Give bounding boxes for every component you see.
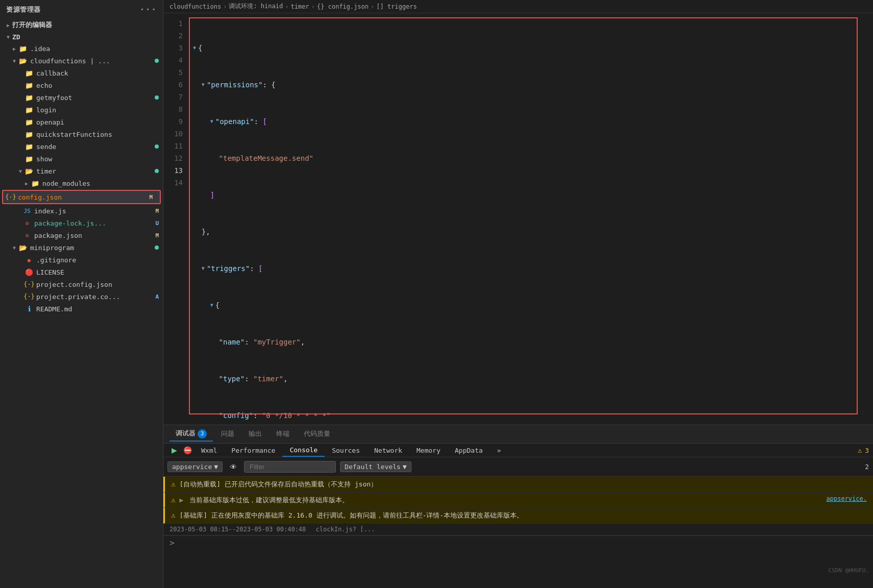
default-levels-selector[interactable]: Default levels ▼ xyxy=(340,461,411,472)
code-editor-container: 1 2 3 4 5 6 7 8 9 10 11 12 13 14 xyxy=(163,13,873,425)
visibility-button[interactable]: 👁 xyxy=(227,460,240,474)
code-line-9: "name": "myTrigger", xyxy=(193,336,873,348)
sidebar-item-sende[interactable]: ▶ 📁 sende xyxy=(0,140,163,153)
ln5: 5 xyxy=(163,66,183,79)
timestamp-link[interactable]: clockIn.js? [... xyxy=(316,526,375,533)
sidebar-item-gitignore[interactable]: ▶ ◆ .gitignore xyxy=(0,254,163,266)
ln7: 7 xyxy=(163,91,183,103)
code-line-10: "type": "timer", xyxy=(193,373,873,385)
editor-area: 1 2 3 4 5 6 7 8 9 10 11 12 13 14 xyxy=(163,13,873,588)
tab-debugger[interactable]: 调试器3 xyxy=(169,427,213,442)
service-selector[interactable]: appservice ▼ xyxy=(167,461,223,472)
sidebar-item-miniprogram[interactable]: ▼ 📂 miniprogram xyxy=(0,241,163,254)
pkg-json-icon: ⚙ xyxy=(22,231,32,240)
warn-icon-2: ⚠ xyxy=(171,496,175,504)
sidebar-item-project-private[interactable]: ▶ {·} project.private.co... A xyxy=(0,290,163,303)
sidebar-header: 资源管理器 ··· xyxy=(0,0,163,19)
sidebar-item-config-json[interactable]: {·} config.json M xyxy=(2,190,161,204)
sidebar-item-ZD[interactable]: ▼ ZD xyxy=(0,31,163,42)
filter-input[interactable] xyxy=(244,461,336,473)
subtab-network[interactable]: Network xyxy=(367,445,409,456)
idea-arrow: ▶ xyxy=(10,44,18,53)
sidebar-item-quickstart[interactable]: ▶ 📁 quickstartFunctions xyxy=(0,128,163,140)
sidebar-item-timer[interactable]: ▼ 📂 timer xyxy=(0,165,163,177)
sidebar-item-cloudfunctions[interactable]: ▼ 📂 cloudfunctions | ... xyxy=(0,55,163,67)
sidebar-item-package-json[interactable]: ⚙ package.json M xyxy=(0,229,163,241)
sidebar-item-openapi[interactable]: ▶ 📁 openapi xyxy=(0,116,163,128)
tab-output[interactable]: 输出 xyxy=(243,427,268,442)
code-content[interactable]: ▼{ ▼"permissions": { ▼"openapi": [ "temp… xyxy=(189,17,873,421)
sidebar-item-login[interactable]: ▶ 📁 login xyxy=(0,104,163,116)
tab-terminal[interactable]: 终端 xyxy=(270,427,296,442)
quickstart-label: quickstartFunctions xyxy=(36,131,112,138)
stop-button[interactable]: ⛔ xyxy=(181,444,194,457)
open-editors-section: ▶ 打开的编辑器 xyxy=(0,19,163,31)
sidebar-item-license[interactable]: ▶ 🔴 LICENSE xyxy=(0,266,163,278)
sidebar-item-project-config[interactable]: ▶ {·} project.config.json xyxy=(0,278,163,290)
callback-label: callback xyxy=(36,69,68,77)
sep4: › xyxy=(371,3,374,10)
fold-3[interactable]: ▼ xyxy=(210,115,213,128)
sidebar-menu-icon[interactable]: ··· xyxy=(139,4,157,15)
subtab-memory[interactable]: Memory xyxy=(409,445,448,456)
subtab-console[interactable]: Console xyxy=(282,444,325,457)
sidebar-title: 资源管理器 xyxy=(6,5,41,14)
sidebar-item-echo[interactable]: ▶ 📁 echo xyxy=(0,79,163,91)
msg-link-2[interactable]: appservice. xyxy=(827,495,867,502)
subtab-performance[interactable]: Performance xyxy=(224,445,282,456)
code-line-8: ▼{ xyxy=(193,299,873,311)
openapi-label: openapi xyxy=(36,118,64,126)
index-js-icon: JS xyxy=(22,206,32,215)
sende-dot xyxy=(155,144,159,149)
breadcrumb-part4: {} config.json xyxy=(317,3,369,10)
mini-label: miniprogram xyxy=(30,244,74,252)
show-folder-icon: 📁 xyxy=(25,154,34,163)
config-json-label: config.json xyxy=(18,193,62,201)
play-button[interactable]: ▶ xyxy=(167,444,181,457)
code-line-11: "config": "0 */10 * * * *" xyxy=(193,409,873,421)
subtab-wxml[interactable]: Wxml xyxy=(194,445,224,456)
getmyfoot-folder-icon: 📁 xyxy=(25,93,34,102)
sidebar-item-readme[interactable]: ▶ ℹ README.md xyxy=(0,303,163,315)
console-subtabs: ▶ ⛔ Wxml Performance Console Sources Net… xyxy=(163,444,873,457)
ln12: 12 xyxy=(163,152,183,164)
timer-dot xyxy=(155,169,159,173)
pkg-json-label: package.json xyxy=(34,232,82,239)
ln6: 6 xyxy=(163,79,183,91)
pkg-json-badge: M xyxy=(155,232,159,239)
gitignore-label: .gitignore xyxy=(36,256,76,264)
console-msg-2: ⚠ ▶ 当前基础库版本过低，建议调整最低支持基础库版本。 appservice. xyxy=(163,493,873,508)
console-msg-1: ⚠ [自动热重载] 已开启代码文件保存后自动热重载（不支持 json） xyxy=(163,477,873,493)
license-icon: 🔴 xyxy=(25,267,34,277)
sidebar-item-node-modules[interactable]: ▶ 📁 node_modules xyxy=(0,177,163,189)
sidebar-item-getmyfoot[interactable]: ▶ 📁 getmyfoot xyxy=(0,91,163,104)
echo-folder-icon: 📁 xyxy=(25,81,34,90)
sidebar-item-idea[interactable]: ▶ 📁 .idea xyxy=(0,42,163,55)
mini-folder-icon: 📂 xyxy=(18,243,28,252)
ln1: 1 xyxy=(163,17,183,30)
sende-label: sende xyxy=(36,143,56,151)
license-label: LICENSE xyxy=(36,268,64,276)
tab-code-quality[interactable]: 代码质量 xyxy=(298,427,336,442)
msg-text-3: [基础库] 正在使用灰度中的基础库 2.16.0 进行调试。如有问题，请前往工具… xyxy=(179,510,867,521)
pkg-lock-badge: U xyxy=(155,220,159,227)
line-numbers: 1 2 3 4 5 6 7 8 9 10 11 12 13 14 xyxy=(163,17,189,421)
subtab-more[interactable]: » xyxy=(490,445,508,456)
fold-7[interactable]: ▼ xyxy=(202,262,205,275)
subtab-appdata[interactable]: AppData xyxy=(448,445,490,456)
sidebar-item-index-js[interactable]: JS index.js M xyxy=(0,205,163,217)
fold-2[interactable]: ▼ xyxy=(202,79,205,91)
tab-issues[interactable]: 问题 xyxy=(215,427,240,442)
subtab-sources[interactable]: Sources xyxy=(325,445,367,456)
cf-dot xyxy=(155,59,159,63)
sidebar-item-callback[interactable]: ▶ 📁 callback xyxy=(0,67,163,79)
idea-folder-icon: 📁 xyxy=(18,44,28,53)
sidebar-item-package-lock[interactable]: ⚙ package-lock.js... U xyxy=(0,217,163,229)
code-line-7: ▼"triggers": [ xyxy=(193,262,873,275)
sidebar-item-show[interactable]: ▶ 📁 show xyxy=(0,153,163,165)
code-editor[interactable]: 1 2 3 4 5 6 7 8 9 10 11 12 13 14 xyxy=(163,13,873,425)
timer-label: timer xyxy=(36,167,56,175)
fold-1[interactable]: ▼ xyxy=(193,42,196,54)
console-input-line: > xyxy=(163,535,873,550)
fold-8[interactable]: ▼ xyxy=(210,299,213,311)
